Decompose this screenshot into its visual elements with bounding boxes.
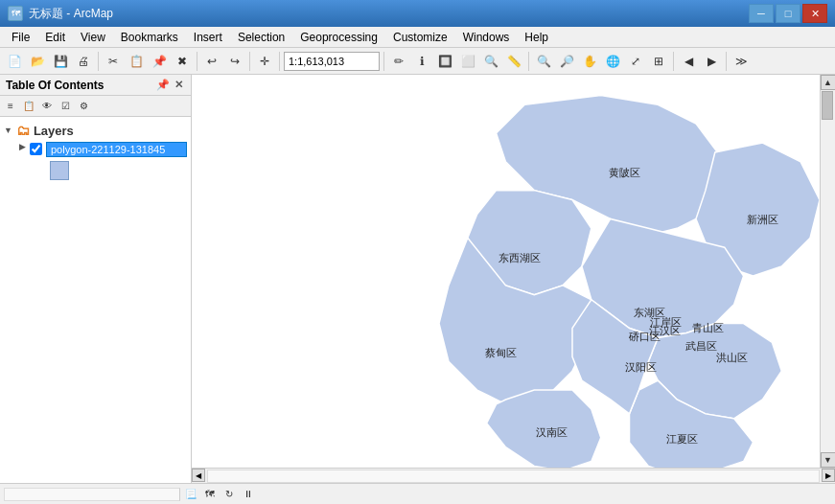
toc-header: Table Of Contents 📌 ✕ bbox=[0, 75, 191, 96]
redo-button[interactable]: ↪ bbox=[224, 51, 245, 72]
find-button[interactable]: 🔍 bbox=[480, 51, 501, 72]
scroll-up-button[interactable]: ▲ bbox=[821, 75, 836, 90]
label-hongshan: 洪山区 bbox=[716, 352, 748, 363]
label-hannan: 汉南区 bbox=[536, 426, 568, 438]
window-controls: ─ □ ✕ bbox=[749, 4, 827, 23]
layer-item: ▶ polygon-221129-131845 bbox=[4, 140, 187, 159]
scale-input[interactable]: 1:1,613,013 bbox=[284, 52, 380, 71]
select-by-graphics-button[interactable]: ⬜ bbox=[457, 51, 478, 72]
menu-customize[interactable]: Customize bbox=[385, 29, 455, 46]
navigate-button[interactable]: ✛ bbox=[254, 51, 275, 72]
arcmap-icon: 🗺 bbox=[8, 6, 23, 21]
toc-list-by-visibility-button[interactable]: 👁 bbox=[38, 98, 56, 115]
toc-content: ▼ 🗂 Layers ▶ polygon-221129-131845 bbox=[0, 117, 191, 483]
toc-list-by-drawing-button[interactable]: ≡ bbox=[2, 98, 19, 115]
sep7 bbox=[673, 52, 674, 71]
sep5 bbox=[383, 52, 384, 71]
toc-pin-button[interactable]: 📌 bbox=[156, 79, 170, 92]
open-button[interactable]: 📂 bbox=[27, 51, 48, 72]
bottom-toolbar: 📃 🗺 ↻ ⏸ bbox=[0, 483, 835, 504]
label-jiangxia: 江夏区 bbox=[666, 433, 698, 445]
save-button[interactable]: 💾 bbox=[50, 51, 71, 72]
label-wuchang: 武昌区 bbox=[685, 340, 717, 352]
layers-header: ▼ 🗂 Layers bbox=[4, 121, 187, 140]
map-row: 黄陂区 新洲区 东西湖区 蔡甸区 汉南区 江夏区 武昌区 洪山区 汉阳区 硚口区… bbox=[192, 75, 835, 468]
layer-name-label[interactable]: polygon-221129-131845 bbox=[46, 142, 187, 157]
scroll-down-button[interactable]: ▼ bbox=[821, 452, 836, 468]
menu-file[interactable]: File bbox=[4, 29, 37, 46]
label-xinzhou: 新洲区 bbox=[747, 214, 778, 225]
toc-list-by-source-button[interactable]: 📋 bbox=[20, 98, 37, 115]
layer-expand-icon[interactable]: ▶ bbox=[19, 142, 26, 151]
new-button[interactable]: 📄 bbox=[4, 51, 25, 72]
forward-button[interactable]: ▶ bbox=[701, 51, 722, 72]
sep4 bbox=[279, 52, 280, 71]
menu-geoprocessing[interactable]: Geoprocessing bbox=[292, 29, 385, 46]
scroll-left-button[interactable]: ◀ bbox=[192, 469, 205, 482]
sep3 bbox=[249, 52, 250, 71]
menu-insert[interactable]: Insert bbox=[186, 29, 230, 46]
maximize-button[interactable]: □ bbox=[776, 4, 800, 23]
label-donghu: 东湖区 bbox=[634, 307, 665, 318]
toc-toolbar: ≡ 📋 👁 ☑ ⚙ bbox=[0, 96, 191, 117]
measure-button[interactable]: 📏 bbox=[503, 51, 524, 72]
layer-symbol bbox=[50, 161, 69, 180]
label-qingshan: 青山区 bbox=[692, 322, 724, 333]
main-area: Table Of Contents 📌 ✕ ≡ 📋 👁 ☑ ⚙ ▼ 🗂 bbox=[0, 75, 835, 504]
layer-visibility-checkbox[interactable] bbox=[30, 143, 42, 155]
menu-bookmarks[interactable]: Bookmarks bbox=[113, 29, 186, 46]
pause-button[interactable]: ⏸ bbox=[240, 486, 257, 503]
scroll-thumb[interactable] bbox=[822, 91, 833, 120]
layers-label: Layers bbox=[34, 124, 74, 138]
title-bar-left: 🗺 无标题 - ArcMap bbox=[8, 6, 113, 22]
table-of-contents: Table Of Contents 📌 ✕ ≡ 📋 👁 ☑ ⚙ ▼ 🗂 bbox=[0, 75, 192, 483]
zoom-in-button[interactable]: 🔍 bbox=[533, 51, 554, 72]
refresh-button[interactable]: ↻ bbox=[220, 486, 238, 503]
map-svg: 黄陂区 新洲区 东西湖区 蔡甸区 汉南区 江夏区 武昌区 洪山区 汉阳区 硚口区… bbox=[192, 75, 820, 468]
toc-options-button[interactable]: ⚙ bbox=[75, 98, 92, 115]
scroll-right-button[interactable]: ▶ bbox=[822, 469, 835, 482]
scroll-track bbox=[822, 91, 835, 451]
map-area[interactable]: 黄陂区 新洲区 东西湖区 蔡甸区 汉南区 江夏区 武昌区 洪山区 汉阳区 硚口区… bbox=[192, 75, 820, 468]
back-button[interactable]: ◀ bbox=[678, 51, 699, 72]
delete-button[interactable]: ✖ bbox=[172, 51, 193, 72]
menu-selection[interactable]: Selection bbox=[230, 29, 292, 46]
layers-group-icon: 🗂 bbox=[16, 123, 30, 138]
fixed-zoom-in-button[interactable]: ⊞ bbox=[648, 51, 669, 72]
sep2 bbox=[197, 52, 197, 71]
identify-button[interactable]: ℹ bbox=[411, 51, 432, 72]
title-bar: 🗺 无标题 - ArcMap ─ □ ✕ bbox=[0, 0, 835, 27]
layers-group: ▼ 🗂 Layers ▶ polygon-221129-131845 bbox=[4, 121, 187, 180]
map-and-scroll: 黄陂区 新洲区 东西湖区 蔡甸区 汉南区 江夏区 武昌区 洪山区 汉阳区 硚口区… bbox=[192, 75, 835, 483]
toc-list-by-selection-button[interactable]: ☑ bbox=[57, 98, 74, 115]
globe-button[interactable]: 🌐 bbox=[602, 51, 623, 72]
toc-header-controls: 📌 ✕ bbox=[156, 79, 185, 92]
sep8 bbox=[726, 52, 727, 71]
menu-help[interactable]: Help bbox=[517, 29, 556, 46]
menu-windows[interactable]: Windows bbox=[455, 29, 518, 46]
pan-button[interactable]: ✋ bbox=[579, 51, 600, 72]
full-extent-button[interactable]: ⤢ bbox=[625, 51, 646, 72]
main-toolbar: 📄 📂 💾 🖨 ✂ 📋 📌 ✖ ↩ ↪ ✛ 1:1,613,013 ✏ ℹ 🔲 … bbox=[0, 48, 835, 75]
toolbar-more[interactable]: ≫ bbox=[731, 51, 752, 72]
menu-view[interactable]: View bbox=[73, 29, 113, 46]
label-jianghan: 江汉区 bbox=[649, 325, 681, 336]
cut-button[interactable]: ✂ bbox=[103, 51, 124, 72]
h-scroll-track bbox=[207, 470, 820, 483]
toc-close-button[interactable]: ✕ bbox=[172, 79, 185, 92]
sep1 bbox=[98, 52, 99, 71]
select-features-button[interactable]: 🔲 bbox=[434, 51, 455, 72]
layout-view-button[interactable]: 📃 bbox=[182, 486, 199, 503]
menu-edit[interactable]: Edit bbox=[37, 29, 73, 46]
zoom-out-button[interactable]: 🔎 bbox=[556, 51, 577, 72]
close-button[interactable]: ✕ bbox=[802, 4, 827, 23]
layers-expand-icon[interactable]: ▼ bbox=[4, 126, 12, 135]
minimize-button[interactable]: ─ bbox=[749, 4, 774, 23]
data-view-button[interactable]: 🗺 bbox=[201, 486, 219, 503]
undo-button[interactable]: ↩ bbox=[201, 51, 222, 72]
print-button[interactable]: 🖨 bbox=[73, 51, 94, 72]
h-scrollbar-area: ◀ ▶ bbox=[192, 468, 835, 483]
edit-vertices-button[interactable]: ✏ bbox=[388, 51, 409, 72]
paste-button[interactable]: 📌 bbox=[149, 51, 170, 72]
copy-button[interactable]: 📋 bbox=[126, 51, 147, 72]
